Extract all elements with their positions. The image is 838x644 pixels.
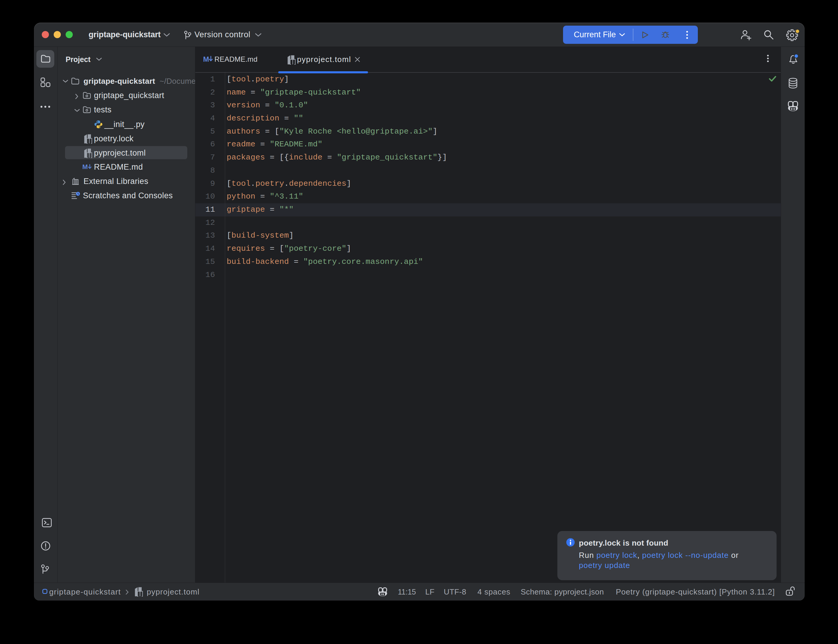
svg-text:M: M — [82, 163, 88, 171]
svg-text:M: M — [203, 56, 209, 63]
